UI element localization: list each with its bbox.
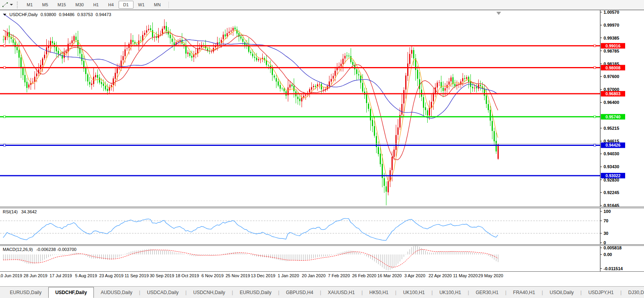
price-axis-tick: 0.98785 — [604, 49, 619, 53]
timeframe-button-m1[interactable]: M1 — [22, 1, 37, 9]
chart-tab-gbpusd-h4[interactable]: GBPUSD,H4 — [279, 287, 320, 298]
chart-tab-hk50-h1[interactable]: HK50,H1 — [363, 287, 395, 298]
chart-tab-usdjpy-h1[interactable]: USDJPY,H1 — [582, 287, 620, 298]
price-axis-tick: 0.99970 — [604, 23, 619, 27]
main-chart-canvas: 1.005700.999700.993850.987850.981850.976… — [0, 10, 644, 207]
price-badge-text: 0.93022 — [606, 173, 620, 178]
price-badge-text: 0.95740 — [606, 114, 620, 119]
line-handle[interactable] — [594, 116, 596, 118]
rsi-value: 34.3642 — [21, 209, 37, 214]
timeframe-button-m15[interactable]: M15 — [53, 1, 71, 9]
rsi-canvas: 10070300 — [0, 208, 644, 244]
rsi-label-row: RSI(14) 34.3642 — [3, 209, 39, 214]
timeframe-button-h4[interactable]: H4 — [103, 1, 118, 9]
chart-tab-usoil-daily[interactable]: USOil,Daily — [543, 287, 580, 298]
line-handle[interactable] — [594, 144, 596, 146]
bar-close: 0.94473 — [95, 12, 111, 17]
chart-tab-ger30-h1[interactable]: GER30,H1 — [469, 287, 505, 298]
bottom-filler — [0, 280, 644, 286]
chart-title: USDCHF,Daily 0.93800 0.94486 0.93753 0.9… — [3, 12, 114, 17]
x-axis-label: 29 May 2020 — [473, 273, 509, 278]
macd-axis-tick: 0.005818 — [604, 246, 622, 250]
line-handle[interactable] — [4, 144, 5, 146]
chart-tab-fra40-h1[interactable]: FRA40,H1 — [507, 287, 542, 298]
chart-tab-usdcnh-daily[interactable]: USDCNH,Daily — [187, 287, 232, 298]
chart-tab-bar: EURUSD,DailyUSDCHF,DailyAUDUSD,Daily|USD… — [0, 286, 644, 298]
rsi-axis-tick: 30 — [604, 231, 608, 236]
rsi-line — [3, 218, 498, 240]
line-handle[interactable] — [4, 116, 5, 118]
price-axis-tick: 0.96400 — [604, 100, 619, 105]
chart-tab-uk100-h1[interactable]: UK100,H1 — [433, 287, 468, 298]
macd-indicator-pane[interactable]: 0.0058180.00-0.011514 MACD(12,26,9) -0.0… — [0, 246, 644, 271]
chart-symbol-period: USDCHF,Daily — [9, 12, 38, 17]
timeframe-button-mn[interactable]: MN — [149, 1, 165, 9]
chart-tab-audusd-daily[interactable]: AUDUSD,Daily — [94, 287, 139, 298]
main-chart-pane[interactable]: 1.005700.999700.993850.987850.981850.976… — [0, 10, 644, 207]
rsi-axis-tick: 100 — [604, 209, 611, 214]
trendline-dropdown-icon[interactable] — [10, 4, 13, 5]
toolbar-grip — [17, 2, 19, 8]
macd-label-row: MACD(12,26,9) -0.006238 -0.003700 — [3, 247, 79, 252]
line-handle[interactable] — [594, 45, 596, 47]
macd-values: -0.006238 -0.003700 — [36, 247, 76, 252]
timeframe-button-w1[interactable]: W1 — [134, 1, 150, 9]
macd-canvas: 0.0058180.00-0.011514 — [0, 246, 644, 271]
timeframe-button-m30[interactable]: M30 — [71, 1, 88, 9]
bar-high: 0.94486 — [59, 12, 75, 17]
line-handle[interactable] — [4, 45, 5, 47]
time-axis: 10 Jun 201928 Jun 201917 Jul 20195 Aug 2… — [0, 271, 644, 280]
chart-tab-usdchf-daily[interactable]: USDCHF,Daily — [48, 287, 94, 298]
toolbar-separator — [168, 2, 169, 8]
price-badge-text: 0.96803 — [606, 91, 620, 96]
gray-marker-icon — [496, 12, 501, 15]
rsi-axis-tick: 0 — [604, 240, 606, 244]
chart-tab-uk100-h1[interactable]: UK100,H1 — [396, 287, 431, 298]
bar-low: 0.93753 — [77, 12, 93, 17]
macd-axis-tick: 0.00 — [604, 252, 612, 257]
price-axis-tick: 1.00570 — [604, 10, 619, 15]
timeframe-button-d1[interactable]: D1 — [119, 1, 134, 9]
chart-tab-xauusd-h1[interactable]: XAUUSD,H1 — [321, 287, 362, 298]
price-axis-tick: 0.94030 — [604, 151, 619, 156]
mt4-terminal: { "toolbar": { "draw_tool_icon": "trendl… — [0, 0, 644, 298]
top-toolbar: M1M5M15M30H1H4D1W1MN — [0, 0, 644, 10]
rsi-label: RSI(14) — [3, 209, 18, 214]
trendline-tool-glyph — [2, 2, 9, 8]
chart-tab-dj30-daily[interactable]: DJ30,Daily — [622, 287, 644, 298]
macd-axis-tick: -0.011514 — [604, 266, 623, 271]
timeframe-button-h1[interactable]: H1 — [88, 1, 103, 9]
trendline-tool-icon[interactable] — [2, 2, 9, 8]
price-axis-tick: 0.99385 — [604, 36, 619, 40]
line-handle[interactable] — [594, 67, 596, 69]
line-handle[interactable] — [4, 67, 5, 69]
chart-tab-usdcad-daily[interactable]: USDCAD,Daily — [140, 287, 185, 298]
timeframe-button-m5[interactable]: M5 — [37, 1, 53, 9]
rsi-indicator-pane[interactable]: 10070300 RSI(14) 34.3642 — [0, 208, 644, 244]
timeframe-buttons: M1M5M15M30H1H4D1W1MN — [22, 1, 165, 9]
price-axis-tick: 0.97600 — [604, 74, 619, 79]
price-axis-tick: 0.92245 — [604, 190, 619, 195]
price-badge-text: 0.98008 — [606, 65, 620, 70]
price-badge-text: 0.99016 — [606, 44, 620, 48]
rsi-axis-tick: 70 — [604, 218, 608, 223]
candles-layer — [3, 19, 499, 205]
price-badge-text: 0.94426 — [606, 143, 620, 147]
bar-open: 0.93800 — [40, 12, 56, 17]
symbol-dropdown-icon[interactable] — [3, 14, 6, 16]
macd-label: MACD(12,26,9) — [3, 247, 33, 252]
price-axis-tick: 0.95215 — [604, 126, 619, 131]
price-axis-tick: 0.93430 — [604, 164, 619, 169]
chart-tab-eurusd-daily[interactable]: EURUSD,Daily — [233, 287, 278, 298]
chart-tab-eurusd-daily[interactable]: EURUSD,Daily — [3, 287, 48, 298]
